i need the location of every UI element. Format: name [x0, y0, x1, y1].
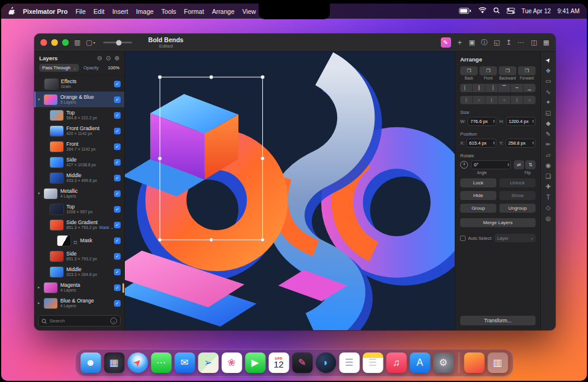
layer-row[interactable]: Front Gradient 420 × 1142 px: [34, 123, 124, 139]
stepper-icon[interactable]: ▴▾: [507, 163, 509, 167]
zoom-slider[interactable]: [103, 42, 132, 43]
dock-music[interactable]: ♫: [386, 352, 406, 373]
opacity-value[interactable]: 100%: [108, 65, 119, 70]
dock-finder[interactable]: ☻: [80, 352, 101, 373]
layer-visibility-checkbox[interactable]: [114, 206, 121, 213]
crop-icon[interactable]: ◱: [494, 39, 500, 46]
layer-row[interactable]: Middle 433.3 × 499.8 px: [34, 170, 124, 186]
layer-thumbnail[interactable]: [50, 173, 63, 183]
distribute-icon[interactable]: ∥: [511, 96, 523, 104]
format-sidebar-icon[interactable]: ◫: [531, 39, 537, 46]
dock-facetime[interactable]: ▶: [245, 352, 265, 373]
disclosure-chevron-icon[interactable]: ▾: [37, 191, 41, 196]
dock-notes[interactable]: ☰: [362, 352, 383, 373]
dock-app-store[interactable]: A: [409, 352, 430, 373]
position-field[interactable]: 615.4 px ▴▾: [466, 139, 496, 148]
color-adjustments-icon[interactable]: ✎: [441, 37, 451, 48]
layer-settings-icon[interactable]: ⊙: [106, 55, 110, 61]
magic-wand-tool[interactable]: ✦: [546, 99, 551, 105]
order-button[interactable]: ❒ Front: [479, 66, 497, 80]
lock-button[interactable]: Lock: [460, 178, 496, 187]
dock-trash[interactable]: ▥: [487, 352, 508, 373]
dock-mail[interactable]: ✉: [174, 352, 195, 373]
dock-reminders[interactable]: ☰: [339, 352, 359, 373]
layer-thumbnail[interactable]: [57, 236, 71, 246]
layer-visibility-checkbox[interactable]: [114, 159, 121, 166]
close-button[interactable]: [40, 39, 47, 46]
layer-visibility-checkbox[interactable]: [114, 190, 121, 197]
layer-thumbnail[interactable]: [50, 157, 63, 168]
group-button[interactable]: Group: [460, 204, 496, 213]
layer-order-icon[interactable]: ❒: [518, 66, 536, 75]
size-field[interactable]: 776.6 px ▴▾: [467, 117, 496, 126]
distribute-icon[interactable]: ≡: [473, 96, 485, 104]
flip-horizontal-icon[interactable]: ⇄: [514, 160, 524, 169]
stepper-icon[interactable]: ▴▾: [492, 120, 495, 124]
menu-bar-time[interactable]: 9:41 AM: [557, 8, 580, 14]
canvas-area[interactable]: [125, 52, 455, 330]
transform-button[interactable]: Transform...: [460, 316, 536, 325]
menu-item[interactable]: Image: [136, 8, 153, 15]
search-icon[interactable]: [493, 7, 500, 15]
brush-tool[interactable]: ✎: [546, 131, 551, 137]
flip-vertical-icon[interactable]: ⇅: [525, 160, 536, 169]
distribute-icon[interactable]: ≡: [498, 96, 511, 104]
layer-visibility-checkbox[interactable]: [114, 300, 121, 307]
menu-item[interactable]: Pixelmator Pro: [23, 8, 68, 15]
lock-button[interactable]: Unlock: [499, 178, 536, 187]
dock-system-settings[interactable]: ⚙: [433, 352, 454, 373]
layer-visibility-checkbox[interactable]: [114, 81, 121, 87]
add-layer-icon[interactable]: ⊕: [115, 55, 119, 61]
layer-row[interactable]: Top 584.8 × 222.2 px: [34, 107, 124, 123]
dock-maps[interactable]: ➢: [198, 352, 218, 373]
view-menu[interactable]: ▢ ▾: [86, 39, 95, 46]
control-center-icon[interactable]: [507, 8, 515, 15]
layer-thumbnail[interactable]: [44, 283, 57, 293]
layer-thumbnail[interactable]: [50, 267, 63, 277]
stepper-icon[interactable]: ▴▾: [531, 120, 534, 124]
layer-thumbnail[interactable]: [44, 189, 57, 199]
menu-item[interactable]: Edit: [93, 8, 104, 15]
order-button[interactable]: ❒ Backward: [499, 66, 516, 80]
sidebar-toggle-icon[interactable]: ▥: [74, 39, 80, 46]
layer-visibility-checkbox[interactable]: [114, 222, 121, 228]
layer-thumbnail[interactable]: [45, 79, 58, 89]
stepper-icon[interactable]: ▴▾: [531, 142, 534, 145]
layer-visibility-checkbox[interactable]: [114, 269, 121, 275]
disclosure-chevron-icon[interactable]: ▾: [37, 97, 41, 102]
stepper-icon[interactable]: ▴▾: [492, 142, 495, 145]
layer-visibility-checkbox[interactable]: [114, 284, 121, 291]
zoom-slider-knob[interactable]: [116, 40, 122, 45]
lasso-tool[interactable]: ∿: [546, 89, 551, 95]
layer-row[interactable]: ▾ Orange & Blue 5 Layers: [34, 92, 124, 107]
dock-calendar[interactable]: APR 12: [268, 352, 289, 373]
heal-tool[interactable]: ✚: [546, 184, 551, 190]
distribute-icon[interactable]: ∥: [485, 96, 498, 104]
text-tool[interactable]: T: [546, 195, 550, 201]
align-icon[interactable]: ▔: [498, 84, 511, 92]
eraser-tool[interactable]: ▱: [546, 152, 551, 158]
info-icon[interactable]: ⓘ: [481, 39, 488, 46]
photo-browser-icon[interactable]: ▣: [469, 39, 475, 46]
arrow-tool[interactable]: ➤: [544, 57, 552, 64]
remove-layer-icon[interactable]: ⊖: [97, 55, 102, 61]
layer-order-icon[interactable]: ❒: [479, 66, 497, 75]
more-options-icon[interactable]: ⋯: [517, 39, 524, 46]
merge-layers-button[interactable]: Merge Layers: [460, 218, 536, 227]
layer-order-icon[interactable]: ❒: [499, 66, 516, 75]
dock-pixelmator-pro[interactable]: ✎: [292, 352, 312, 373]
rotate-knob[interactable]: [460, 161, 468, 169]
export-icon[interactable]: ↥: [506, 39, 511, 46]
layer-row[interactable]: ▾ Metallic 4 Layers: [34, 186, 124, 201]
layer-row[interactable]: Middle 323.3 × 264.8 px: [34, 264, 124, 280]
minimize-button[interactable]: [51, 39, 58, 46]
shapes-tool[interactable]: ◇: [546, 205, 551, 211]
wifi-icon[interactable]: [478, 7, 487, 15]
auto-select-dropdown[interactable]: Layer ⌄: [495, 234, 536, 242]
position-field[interactable]: 258.8 px ▴▾: [505, 139, 536, 148]
layer-visibility-checkbox[interactable]: [114, 128, 121, 134]
battery-icon[interactable]: [459, 8, 472, 15]
layer-thumbnail[interactable]: [50, 110, 63, 121]
zoom-button[interactable]: [62, 39, 69, 46]
layer-row[interactable]: ▸ Magenta 4 Layers: [34, 280, 124, 295]
